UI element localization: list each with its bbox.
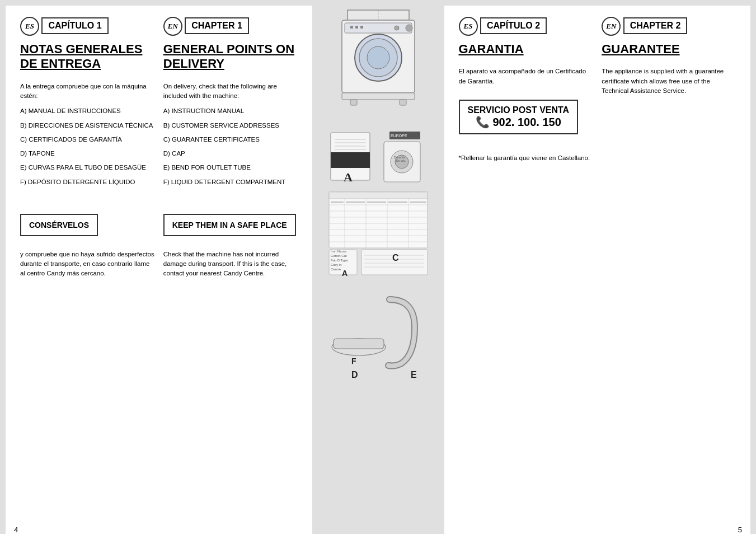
svg-text:D: D <box>351 370 358 380</box>
svg-text:C: C <box>392 253 399 263</box>
svg-text:EUROPE: EUROPE <box>391 134 407 138</box>
col-es-ch2: ES CAPÍTULO 2 GARANTIA El aparato va aco… <box>454 17 598 168</box>
keep-label-en: KEEP THEM IN A SAFE PLACE <box>163 214 296 236</box>
list-item-en-a: A) INSTRUCTION MANUAL <box>163 106 298 116</box>
chapter-label-es-ch2: CAPÍTULO 2 <box>480 17 547 34</box>
svg-rect-33 <box>329 192 428 248</box>
chapter-label-en: CHAPTER 1 <box>185 17 249 34</box>
svg-rect-10 <box>360 26 363 29</box>
footer-text-es-ch2: *Rellenar la garantía que viene en Caste… <box>459 153 593 163</box>
es-badge-ch2: ES <box>459 17 478 36</box>
svg-rect-34 <box>329 192 428 199</box>
svg-rect-9 <box>355 26 358 29</box>
col-en-ch2: EN CHAPTER 2 GUARANTEE The appliance is … <box>597 17 740 168</box>
svg-text:Centre: Centre <box>331 268 341 271</box>
list-item-es-e: E) CURVAS PARA EL TUBO DE DESAGÜE <box>20 163 154 172</box>
svg-point-7 <box>395 26 399 30</box>
service-box: SERVICIO POST VENTA 📞 902. 100. 150 <box>459 100 579 134</box>
page-number-right: 5 <box>738 526 742 534</box>
section-title-es-ch2: GARANTIA <box>459 42 593 57</box>
phone-icon: 📞 <box>476 116 490 128</box>
page-wrapper: ES CAPÍTULO 1 NOTAS GENERALES DE ENTREGA… <box>6 6 750 534</box>
list-item-en-b: B) CUSTOMER SERVICE ADDRESSES <box>163 121 298 130</box>
keep-label-es: CONSÉRVELOS <box>20 214 98 236</box>
svg-rect-8 <box>350 26 353 29</box>
intro-text-en: On delivery, check that the following ar… <box>163 82 298 101</box>
section-title-en-ch2: GUARANTEE <box>602 42 736 57</box>
en-badge-ch2: EN <box>602 17 621 36</box>
svg-text:Easy in: Easy in <box>331 263 342 266</box>
intro-text-es-ch2: El aparato va acompañado de un Certifica… <box>459 67 593 86</box>
es-badge: ES <box>20 17 39 36</box>
list-item-es-b: B) DIRECCIONES DE ASISTENCIA TÉCNICA <box>20 121 154 130</box>
svg-text:F: F <box>351 357 356 366</box>
svg-text:E: E <box>411 370 417 380</box>
col-en-ch1: EN CHAPTER 1 GENERAL POINTS ON DELIVERY … <box>159 17 302 284</box>
col-es-ch1: ES CAPÍTULO 1 NOTAS GENERALES DE ENTREGA… <box>16 17 159 284</box>
footer-text-es: y compruebe que no haya sufrido desperfe… <box>20 250 154 279</box>
phone-number: 902. 100. 150 <box>492 116 561 128</box>
svg-text:A: A <box>344 170 353 184</box>
list-item-en-d: D) CAP <box>163 149 298 158</box>
svg-point-6 <box>406 25 412 31</box>
svg-rect-23 <box>331 152 370 168</box>
intro-text-es: A la entrega compruebe que con la máquin… <box>20 82 154 101</box>
list-item-en-f: F) LIQUID DETERGENT COMPARTMENT <box>163 177 298 187</box>
list-item-es-d: D) TAPONE <box>20 149 154 158</box>
svg-text:Iron Name: Iron Name <box>331 250 347 253</box>
section-title-es: NOTAS GENERALES DE ENTREGA <box>20 42 154 72</box>
c-diagram: Iron Name Cotton Cut Fab B Type Easy in … <box>328 189 429 279</box>
svg-text:De uso.: De uso. <box>396 159 406 162</box>
service-label: SERVICIO POST VENTA <box>468 105 570 115</box>
footer-text-en: Check that the machine has not incurred … <box>163 250 298 279</box>
svg-point-4 <box>367 46 389 69</box>
intro-text-en-ch2: The appliance is supplied with a guarant… <box>602 67 736 96</box>
chapter-label-es: CAPÍTULO 1 <box>41 17 108 34</box>
svg-text:A: A <box>342 269 348 278</box>
list-item-es-c: C) CERTIFICADOS DE GARANTÍA <box>20 135 154 144</box>
center-images: A EUROPE B Durante De uso. <box>317 6 440 534</box>
list-item-en-c: C) GUARANTEE CERTIFICATES <box>163 135 298 144</box>
left-page: ES CAPÍTULO 1 NOTAS GENERALES DE ENTREGA… <box>6 6 312 534</box>
def-diagram: D E F <box>328 281 429 382</box>
list-item-es-f: F) DEPÓSITO DETERGENTE LÍQUIDO <box>20 177 154 187</box>
section-title-en: GENERAL POINTS ON DELIVERY <box>163 42 298 72</box>
right-page: ES CAPÍTULO 2 GARANTIA El aparato va aco… <box>444 6 751 534</box>
svg-rect-13 <box>400 100 406 105</box>
svg-rect-11 <box>342 93 415 100</box>
svg-rect-12 <box>350 100 357 105</box>
chapter-label-en-ch2: CHAPTER 2 <box>623 17 688 34</box>
service-phone: 📞 902. 100. 150 <box>468 115 570 129</box>
svg-text:Fab B Type: Fab B Type <box>331 259 348 262</box>
ab-diagram: A EUROPE B Durante De uso. <box>328 120 429 187</box>
page-number-left: 4 <box>14 526 18 534</box>
svg-rect-5 <box>345 23 412 33</box>
svg-rect-65 <box>334 339 384 349</box>
list-item-en-e: E) BEND FOR OUTLET TUBE <box>163 163 298 172</box>
svg-text:Cotton Cut: Cotton Cut <box>331 254 347 257</box>
list-item-es-a: A) MANUAL DE INSTRUCCIONES <box>20 106 154 116</box>
washing-machine-image <box>328 6 429 118</box>
en-badge: EN <box>163 17 182 36</box>
